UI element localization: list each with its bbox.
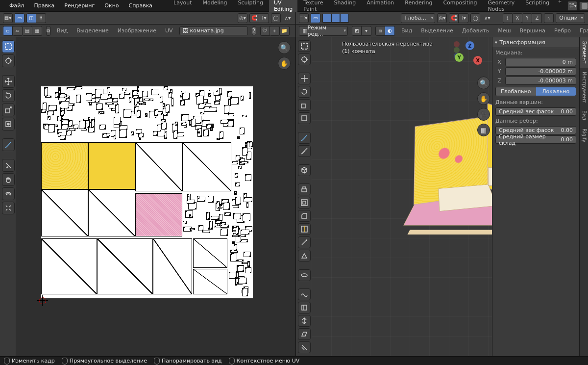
uv-sticky-select-icon[interactable]: ⠿: [36, 13, 46, 23]
gizmo-axis-neg-y-icon[interactable]: [454, 47, 460, 53]
n-tab-tool[interactable]: Инструмент: [580, 68, 588, 107]
image-users-field[interactable]: 2: [252, 26, 256, 35]
gizmo-axis-x-icon[interactable]: X: [473, 56, 482, 65]
uv-island-mode-icon[interactable]: ▦: [32, 26, 42, 36]
space-toggle[interactable]: Глобально Локально: [495, 87, 576, 96]
view3d-shading-icon[interactable]: ◐: [385, 26, 395, 36]
tool-rip[interactable]: [2, 159, 15, 172]
view3d-snap-type-icon[interactable]: ⸽▾: [459, 13, 468, 23]
tool-edge-slide[interactable]: [298, 302, 311, 313]
tool-rip-region[interactable]: [298, 341, 311, 353]
view3d-overlays-drop-icon[interactable]: ▾: [362, 26, 371, 36]
uv-face-mode-icon[interactable]: ▤: [23, 26, 32, 36]
n-tab-rigify[interactable]: Rigify: [580, 125, 588, 146]
v3d-menu-edge[interactable]: Ребро: [552, 26, 573, 35]
uv-menu-select[interactable]: Выделение: [74, 26, 111, 35]
uv-proportional-icon[interactable]: ◯: [271, 13, 281, 23]
tool-transform[interactable]: [2, 118, 15, 130]
uv-canvas[interactable]: 🔍 ✋: [16, 37, 295, 356]
space-local[interactable]: Локально: [536, 87, 576, 96]
gizmo-axis-z-icon[interactable]: Z: [466, 41, 474, 50]
tool-polybuild[interactable]: [298, 250, 311, 261]
tool-rotate[interactable]: [298, 86, 311, 98]
uv-menu-view[interactable]: Вид: [54, 26, 70, 35]
view3d-mode-select[interactable]: ▥ Режим ред...: [299, 26, 348, 36]
tool-spin[interactable]: [298, 269, 311, 281]
menu-window[interactable]: Окно: [101, 1, 122, 10]
view3d-editor-type-icon[interactable]: ⬚▾: [299, 13, 309, 23]
uv-menu-uv[interactable]: UV: [163, 26, 175, 35]
uv-snap-toggle-icon[interactable]: 🧲: [249, 13, 259, 23]
tool-knife[interactable]: [298, 236, 311, 248]
tool-move[interactable]: [2, 75, 15, 88]
gizmo-axis-neg-x-icon[interactable]: [454, 41, 460, 47]
nav-zoom-icon[interactable]: 🔍: [477, 77, 490, 89]
v3d-menu-select[interactable]: Выделение: [418, 26, 456, 35]
tool-scale[interactable]: [298, 99, 311, 111]
uv-menu-image[interactable]: Изображение: [115, 26, 159, 35]
v3d-menu-add[interactable]: Добавить: [460, 26, 491, 35]
uv-vert-mode-icon[interactable]: ▫: [3, 26, 13, 36]
v3d-menu-mesh[interactable]: Меш: [495, 26, 513, 35]
scene-name-field[interactable]: Scene: [579, 1, 588, 10]
menu-file[interactable]: Файл: [6, 1, 27, 10]
view3d-options-dropdown[interactable]: Опции: [556, 13, 585, 23]
median-x-field[interactable]: 0 m: [505, 58, 576, 66]
tool-loopcut[interactable]: [298, 223, 311, 235]
tool-add-cube[interactable]: [298, 164, 311, 176]
view3d-proportional-icon[interactable]: ◯: [470, 13, 480, 23]
tool-rotate[interactable]: [2, 89, 15, 102]
uv-nav-pan-icon[interactable]: ✋: [278, 57, 291, 70]
tool-inset[interactable]: [298, 197, 311, 209]
image-datablock-field[interactable]: 🖼 комната.jpg: [179, 26, 248, 35]
gizmo-y-icon[interactable]: Y: [522, 13, 532, 23]
tool-measure[interactable]: [298, 145, 311, 157]
median-y-field[interactable]: -0.000002 m: [505, 67, 576, 76]
menu-render[interactable]: Рендеринг: [61, 1, 98, 10]
n-tab-view[interactable]: Вид: [580, 106, 588, 124]
gizmo-z-icon[interactable]: Z: [532, 13, 542, 23]
transform-orientation-select[interactable]: Глоба...: [401, 13, 435, 23]
face-select-icon[interactable]: [340, 14, 349, 23]
mesh-automerge-icon[interactable]: ⛬: [544, 13, 554, 23]
tool-shrink[interactable]: [298, 315, 311, 327]
tool-relax[interactable]: [2, 187, 15, 200]
uv-overlay-icon[interactable]: ⧉: [46, 26, 50, 36]
v3d-menu-vertex[interactable]: Вершина: [517, 26, 548, 35]
uv-edge-mode-icon[interactable]: ▱: [13, 26, 23, 36]
v3d-menu-face[interactable]: Грань: [577, 26, 588, 35]
tool-annotate[interactable]: [2, 138, 15, 151]
view3d-prop-type-icon[interactable]: ∧▾: [482, 13, 492, 23]
tool-scale[interactable]: [2, 104, 15, 116]
image-open-icon[interactable]: 📁: [280, 26, 290, 36]
tool-pinch[interactable]: [2, 202, 15, 214]
image-new-icon[interactable]: ＋: [270, 26, 280, 36]
navigation-gizmo[interactable]: Z Y X: [454, 41, 485, 73]
uv-sync-selection-icon[interactable]: ◫: [26, 13, 36, 23]
gizmo-axis-y-icon[interactable]: Y: [455, 53, 464, 62]
view3d-snap-toggle-icon[interactable]: 🧲: [449, 13, 459, 23]
space-global[interactable]: Глобально: [496, 87, 536, 96]
tool-extrude[interactable]: [298, 183, 311, 195]
n-tab-item[interactable]: Элемент: [580, 37, 588, 68]
nav-perspective-icon[interactable]: ▦: [477, 124, 490, 136]
tool-move[interactable]: [298, 73, 311, 84]
tool-transform[interactable]: [298, 112, 311, 124]
median-z-field[interactable]: -0.000003 m: [505, 77, 576, 85]
edge-select-icon[interactable]: [331, 14, 340, 23]
scene-browse-button[interactable]: 🎬▾: [567, 1, 577, 11]
vertex-bevel-field[interactable]: Средний вес фасок0.00: [495, 107, 576, 116]
tool-shear[interactable]: [298, 328, 311, 340]
view3d-xray-icon[interactable]: ⧈: [375, 26, 385, 36]
tool-select-box[interactable]: [2, 40, 15, 53]
v3d-menu-view[interactable]: Вид: [399, 26, 415, 35]
edge-crease-field[interactable]: Средний размер склад0.00: [495, 135, 576, 144]
nav-pan-icon[interactable]: ✋: [477, 92, 490, 105]
tool-smooth[interactable]: [298, 288, 311, 300]
menu-help[interactable]: Справка: [125, 1, 156, 10]
uv-nav-zoom-icon[interactable]: 🔍: [278, 41, 291, 54]
vertex-select-icon[interactable]: [322, 14, 331, 23]
tool-annotate[interactable]: [298, 132, 311, 144]
tool-cursor[interactable]: [2, 54, 15, 67]
uv-editor-type-icon[interactable]: ▦▾: [3, 13, 13, 23]
